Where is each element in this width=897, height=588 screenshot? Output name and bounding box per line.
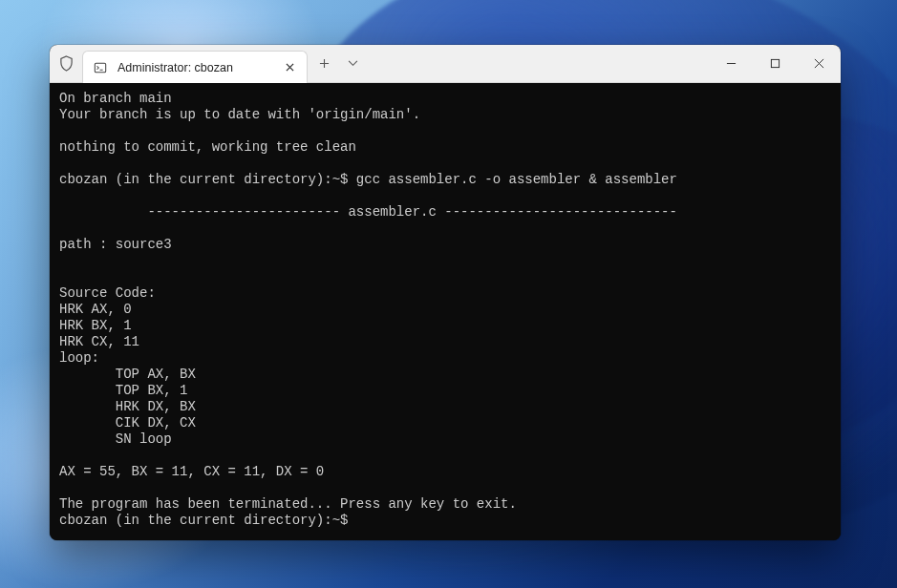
svg-rect-0 xyxy=(95,63,105,73)
admin-shield-icon xyxy=(50,45,82,82)
tab-dropdown-button[interactable] xyxy=(338,45,367,82)
svg-rect-1 xyxy=(771,59,779,67)
titlebar-drag-region[interactable] xyxy=(367,45,709,82)
terminal-tab-icon xyxy=(93,60,108,75)
new-tab-button[interactable] xyxy=(310,45,338,82)
tab-active[interactable]: Administrator: cbozan xyxy=(82,51,308,83)
window-close-button[interactable] xyxy=(797,45,841,82)
titlebar[interactable]: Administrator: cbozan xyxy=(50,45,841,83)
tab-close-button[interactable] xyxy=(280,58,299,77)
terminal-output: On branch main Your branch is up to date… xyxy=(59,91,831,529)
terminal-window: Administrator: cbozan On branch main You… xyxy=(50,45,841,540)
tab-title: Administrator: cbozan xyxy=(117,61,270,74)
terminal-viewport[interactable]: On branch main Your branch is up to date… xyxy=(50,83,841,540)
maximize-button[interactable] xyxy=(753,45,797,82)
minimize-button[interactable] xyxy=(709,45,753,82)
